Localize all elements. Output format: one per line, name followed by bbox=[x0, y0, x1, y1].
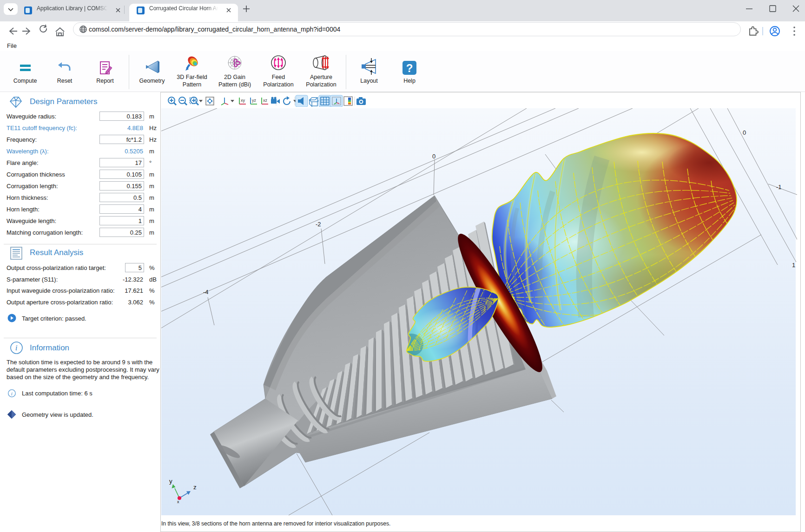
svg-text:i: i bbox=[11, 391, 13, 396]
svg-text:0: 0 bbox=[743, 129, 746, 136]
svg-text:x: x bbox=[177, 499, 179, 504]
svg-text:yz: yz bbox=[252, 98, 257, 103]
svg-text:?: ? bbox=[406, 62, 413, 74]
svg-text:i: i bbox=[15, 343, 18, 352]
svg-text:xz: xz bbox=[263, 98, 268, 103]
svg-text:0: 0 bbox=[432, 153, 435, 160]
svg-text:z: z bbox=[193, 484, 197, 491]
svg-text:xy: xy bbox=[241, 98, 245, 103]
svg-text:-1: -1 bbox=[776, 184, 782, 190]
svg-text:-4: -4 bbox=[203, 289, 209, 296]
svg-text:-2: -2 bbox=[316, 221, 321, 228]
svg-text:y: y bbox=[169, 478, 172, 485]
svg-text:1: 1 bbox=[792, 262, 795, 269]
